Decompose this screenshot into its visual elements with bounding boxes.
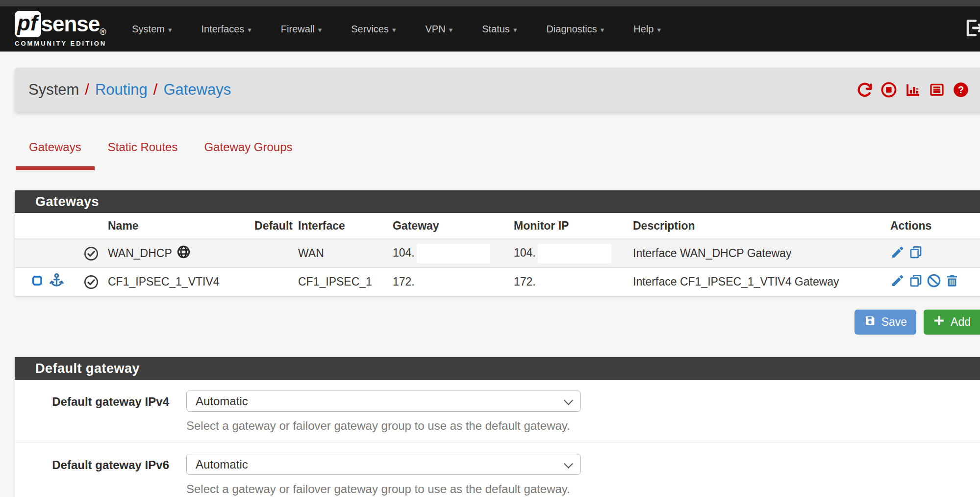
routing-tabs: Gateways Static Routes Gateway Groups [16,140,980,170]
nav-item-vpn[interactable]: VPN▾ [426,24,453,35]
chevron-down-icon: ▾ [449,26,453,34]
check-circle-icon [75,246,108,262]
tab-gateway-groups[interactable]: Gateway Groups [191,140,305,170]
add-button[interactable]: Add [924,310,980,335]
gateways-panel-title: Gateways [15,190,980,213]
breadcrumb-separator: / [153,81,158,99]
nav-item-system[interactable]: System▾ [132,24,172,35]
col-header-description: Description [633,219,890,233]
copy-icon[interactable] [908,245,923,262]
globe-icon [176,245,191,262]
svg-text:?: ? [958,84,964,95]
gateways-table-header: Name Default Interface Gateway Monitor I… [15,213,980,239]
gateways-panel: Gateways Name Default Interface Gateway … [15,190,980,296]
field-default-gateway-ipv6: Default gateway IPv6 Automatic Select a … [15,443,980,497]
default-gateway-ipv4-select[interactable]: Automatic [186,391,581,412]
nav-item-diagnostics[interactable]: Diagnostics▾ [546,24,604,35]
default-gateway-ipv4-label: Default gateway IPv4 [15,391,169,433]
breadcrumb-gateways[interactable]: Gateways [163,81,231,99]
default-gateway-ipv6-select[interactable]: Automatic [186,454,581,475]
redaction-box [417,244,490,263]
tab-gateways[interactable]: Gateways [16,140,95,170]
col-header-monitor-ip: Monitor IP [514,219,633,233]
gateway-description: Interface WAN_DHCP Gateway [633,247,890,260]
col-header-gateway: Gateway [393,219,514,233]
col-header-interface: Interface [298,219,393,233]
breadcrumb-routing[interactable]: Routing [95,81,148,99]
chevron-down-icon: ▾ [513,26,517,34]
gateway-monitor-ip: 172. [514,275,536,288]
gateway-name: CF1_IPSEC_1_VTIV4 [108,275,220,288]
nav-item-interfaces[interactable]: Interfaces▾ [201,24,251,35]
gateway-address: 172. [393,275,415,288]
chevron-down-icon: ▾ [248,26,251,34]
table-row-wan-dhcp: WAN_DHCP WAN 104. 104. Interface WAN_DHC… [15,239,980,268]
col-header-default: Default [249,219,298,233]
nav-item-help[interactable]: Help▾ [633,24,661,35]
default-gateway-panel: Default gateway Default gateway IPv4 Aut… [15,357,980,497]
breadcrumb-separator: / [85,81,89,99]
nav-menu: System▾ Interfaces▾ Firewall▾ Services▾ … [132,24,661,35]
breadcrumb-bar: System / Routing / Gateways ? [15,68,980,112]
redaction-box [538,244,611,263]
nav-item-services[interactable]: Services▾ [351,24,396,35]
refresh-icon[interactable] [856,81,873,98]
nav-item-status[interactable]: Status▾ [482,24,517,35]
gateway-monitor-ip: 104. [514,246,536,259]
tab-static-routes[interactable]: Static Routes [95,140,191,170]
gateway-interface: CF1_IPSEC_1 [298,275,393,288]
breadcrumb-system: System [28,81,79,99]
main-navbar: pfsense® COMMUNITY EDITION System▾ Inter… [0,6,980,52]
chevron-down-icon [564,459,573,468]
chevron-down-icon: ▾ [168,26,172,34]
page-action-icons: ? [856,81,969,98]
default-gateway-ipv6-help: Select a gateway or failover gateway gro… [186,482,581,496]
col-header-name: Name [108,219,249,233]
field-default-gateway-ipv4: Default gateway IPv4 Automatic Select a … [15,380,980,443]
trash-icon[interactable] [945,273,959,291]
pfsense-logo-sense: sense [41,13,100,35]
pfsense-logo-pf: pf [15,11,41,37]
chevron-down-icon: ▾ [392,26,396,34]
gateway-address: 104. [393,246,415,259]
table-buttons-row: Save Add [15,310,980,335]
chevron-down-icon: ▾ [318,26,322,34]
gateway-interface: WAN [298,247,393,260]
save-button[interactable]: Save [854,310,916,335]
chevron-down-icon [564,396,573,405]
chevron-down-icon: ▾ [657,26,661,34]
edit-pencil-icon[interactable] [890,245,905,262]
gateway-description: Interface CF1_IPSEC_1_VTIV4 Gateway [633,275,890,288]
bar-chart-icon[interactable] [905,81,921,98]
window-top-strip [0,0,980,6]
chevron-down-icon: ▾ [601,26,604,34]
pfsense-logo-tagline: COMMUNITY EDITION [15,40,106,47]
anchor-icon[interactable] [49,272,65,291]
floppy-save-icon [864,314,876,330]
nav-item-firewall[interactable]: Firewall▾ [281,24,322,35]
gateway-name: WAN_DHCP [108,247,172,260]
plus-icon [933,314,945,330]
help-circle-icon[interactable]: ? [953,81,969,98]
default-gateway-ipv4-help: Select a gateway or failover gateway gro… [186,419,581,433]
pfsense-logo[interactable]: pfsense® COMMUNITY EDITION [15,11,106,47]
edit-pencil-icon[interactable] [890,273,905,291]
pfsense-logo-reg: ® [100,27,106,37]
sign-out-icon[interactable] [963,17,980,41]
check-circle-icon [75,274,108,290]
ban-icon[interactable] [927,273,941,291]
stop-circle-icon[interactable] [880,81,897,98]
default-gateway-ipv6-label: Default gateway IPv6 [15,454,169,496]
square-outline-icon[interactable] [30,274,44,290]
table-row-cf1-ipsec: CF1_IPSEC_1_VTIV4 CF1_IPSEC_1 172. 172. … [15,268,980,296]
default-gateway-panel-title: Default gateway [15,357,980,380]
copy-icon[interactable] [908,273,923,291]
col-header-actions: Actions [890,219,980,233]
log-list-icon[interactable] [929,81,945,98]
